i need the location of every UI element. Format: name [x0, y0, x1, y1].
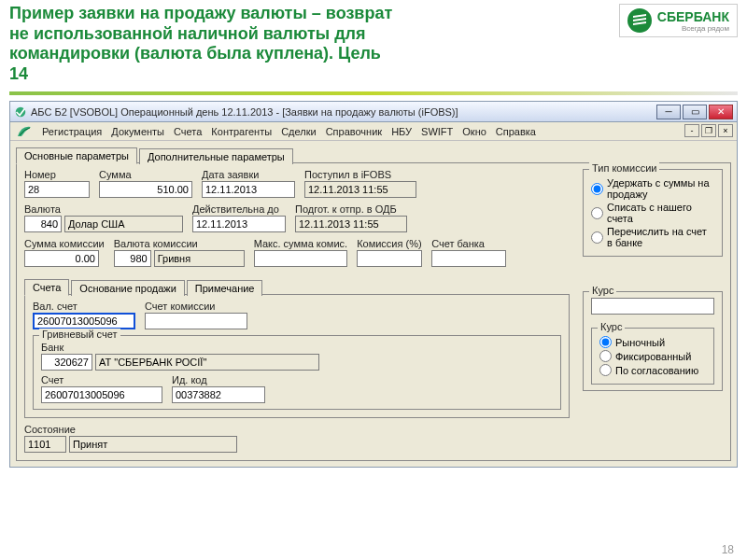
comm-pct-label: Комиссия (%) [357, 238, 422, 249]
app-menu-icon [16, 123, 33, 140]
menu-reference[interactable]: Справочник [326, 126, 383, 137]
menu-window[interactable]: Окно [462, 126, 486, 137]
rate-fixed-label: Фиксированный [615, 351, 691, 362]
odb-label: Подгот. к отпр. в ОДБ [295, 203, 407, 215]
close-button[interactable]: ✕ [709, 105, 733, 119]
max-comm-input[interactable] [254, 250, 347, 267]
sberbank-logo: СБЕРБАНК Всегда рядом [619, 4, 738, 37]
id-code-label: Ид. код [172, 374, 265, 385]
comm-type-hold-label: Удержать с суммы на продажу [607, 177, 714, 200]
uah-account-legend: Гривневый счет [39, 329, 120, 340]
bank-acc-label: Счет банка [431, 238, 506, 249]
titlebar: АБС Б2 [VSOBOL] Операционный день 12.11.… [10, 102, 737, 122]
mdi-close-button[interactable]: × [718, 124, 733, 137]
ifobs-input [304, 181, 416, 198]
rate-input[interactable] [591, 298, 714, 315]
comm-sum-label: Сумма комиссии [24, 238, 105, 249]
rate-market-radio[interactable] [599, 336, 612, 348]
uah-acc-input[interactable] [41, 386, 162, 403]
slide-title-l2: не использованной наличной валюты для [9, 24, 366, 43]
app-icon [14, 105, 27, 119]
slide-title-l4: 14 [9, 64, 28, 83]
mdi-minimize-button[interactable]: - [684, 124, 699, 137]
rate-outer-group: Курс Курс Рыночный Фиксированный По согл… [583, 291, 723, 391]
menu-nbu[interactable]: НБУ [391, 126, 412, 137]
sum-input[interactable] [99, 181, 192, 198]
sberbank-logo-icon [627, 8, 652, 33]
state-name-input [69, 436, 237, 453]
comm-type-debit-label: Списать с нашего счета [607, 202, 714, 224]
comm-cur-name-input [154, 250, 245, 267]
val-acc-input[interactable] [33, 313, 135, 329]
sberbank-logo-text: СБЕРБАНК [657, 9, 729, 24]
comm-type-transfer-label: Перечислить на счет в банке [607, 226, 714, 248]
state-label: Состояние [24, 424, 237, 435]
currency-code-input[interactable] [24, 216, 62, 232]
comm-cur-code-input[interactable] [114, 250, 151, 267]
tab-extra-params[interactable]: Дополнительные параметры [139, 148, 293, 164]
rate-outer-legend: Курс [589, 285, 616, 296]
mdi-restore-button[interactable]: ❐ [701, 124, 716, 137]
val-acc-label: Вал. счет [33, 301, 135, 312]
bank-acc-input[interactable] [431, 250, 506, 267]
menu-help[interactable]: Справка [496, 126, 536, 137]
slide-title-l3: командировки (валюта была куплена). Цель [9, 44, 381, 63]
minimize-button[interactable]: ─ [656, 105, 681, 119]
rate-market-label: Рыночный [615, 337, 665, 348]
bank-label: Банк [41, 342, 319, 353]
comm-cur-label: Валюта комиссии [114, 238, 245, 249]
currency-label: Валюта [24, 203, 183, 215]
menubar: Регистрация Документы Счета Контрагенты … [10, 122, 737, 141]
menu-registration[interactable]: Регистрация [42, 126, 102, 137]
id-code-input[interactable] [172, 386, 265, 403]
menu-swift[interactable]: SWIFT [421, 126, 453, 137]
window-title: АБС Б2 [VSOBOL] Операционный день 12.11.… [31, 106, 656, 118]
comm-acc-label: Счет комиссии [145, 301, 247, 312]
rate-inner-group: Курс Рыночный Фиксированный По согласова… [591, 328, 714, 385]
odb-input [295, 216, 407, 232]
menu-deals[interactable]: Сделки [281, 126, 317, 137]
max-comm-label: Макс. сумма комис. [254, 238, 347, 249]
subtab-accounts[interactable]: Счета [24, 279, 69, 296]
bank-name-input [95, 354, 319, 371]
rate-inner-legend: Курс [598, 321, 625, 332]
uah-acc-label: Счет [41, 374, 162, 385]
date-input[interactable] [202, 181, 295, 198]
maximize-button[interactable]: ▭ [683, 105, 707, 119]
valid-input[interactable] [192, 216, 286, 232]
sum-label: Сумма [99, 169, 192, 180]
state-code-input [24, 436, 66, 453]
subtab-note[interactable]: Примечание [187, 280, 263, 296]
comm-type-hold-radio[interactable] [591, 183, 603, 195]
comm-type-transfer-radio[interactable] [591, 231, 603, 244]
number-input[interactable] [24, 181, 90, 198]
valid-label: Действительна до [192, 203, 286, 215]
tab-main-params[interactable]: Основные параметры [16, 147, 137, 164]
ifobs-label: Поступил в iFOBS [304, 169, 416, 180]
rate-fixed-radio[interactable] [599, 350, 612, 362]
slide-title-l1: Пример заявки на продажу валюты – возвра… [9, 4, 392, 22]
commission-type-group: Тип комиссии Удержать с суммы на продажу… [583, 169, 723, 257]
commission-type-legend: Тип комиссии [589, 162, 659, 174]
menu-counterparties[interactable]: Контрагенты [211, 126, 272, 137]
bank-code-input[interactable] [41, 354, 92, 371]
app-window: АБС Б2 [VSOBOL] Операционный день 12.11.… [9, 101, 738, 468]
rate-agreed-label: По согласованию [615, 365, 698, 376]
uah-account-group: Гривневый счет Банк Счет [33, 335, 561, 410]
subtab-basis[interactable]: Основание продажи [71, 280, 184, 296]
date-label: Дата заявки [202, 169, 295, 180]
rate-agreed-radio[interactable] [599, 364, 612, 376]
slide-number: 18 [722, 543, 734, 556]
currency-name-input [64, 216, 183, 232]
number-label: Номер [24, 169, 90, 180]
sberbank-logo-sub: Всегда рядом [657, 24, 729, 33]
comm-acc-input[interactable] [145, 313, 247, 329]
comm-type-debit-radio[interactable] [591, 207, 603, 219]
comm-sum-input[interactable] [24, 250, 99, 267]
comm-pct-input[interactable] [357, 250, 422, 267]
menu-documents[interactable]: Документы [111, 126, 164, 137]
menu-accounts[interactable]: Счета [174, 126, 202, 137]
